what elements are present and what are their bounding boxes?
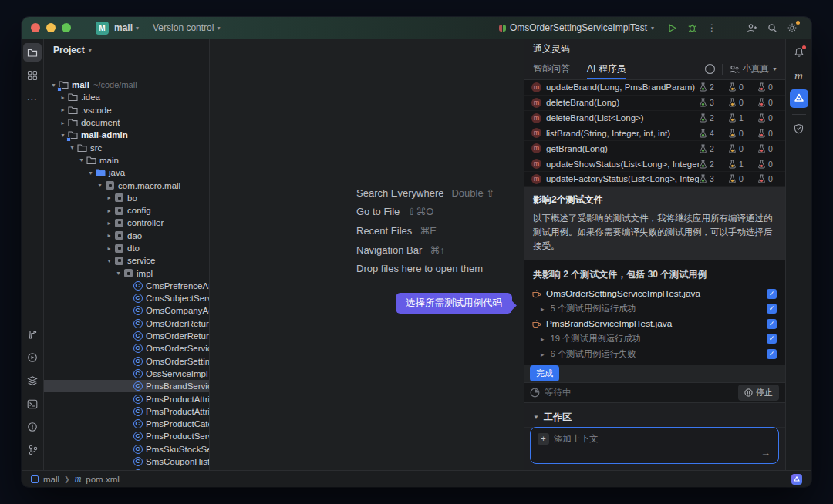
- settings-button[interactable]: [782, 19, 802, 36]
- code-with-me-button[interactable]: [742, 19, 762, 36]
- workspace-section-header[interactable]: ▼ 工作区: [524, 408, 785, 428]
- stop-button[interactable]: 停止: [738, 385, 779, 401]
- test-group-row[interactable]: ▸6 个测试用例运行失败✓: [524, 347, 785, 362]
- done-button[interactable]: 完成: [530, 365, 559, 381]
- send-button[interactable]: →: [760, 447, 771, 459]
- more-run-actions-button[interactable]: ⋮: [702, 19, 722, 36]
- test-group-row[interactable]: ▸5 个测试用例运行成功✓: [524, 301, 785, 317]
- tree-item-mall-admin[interactable]: ▾mall-admin: [44, 129, 209, 141]
- git-tool-button[interactable]: [23, 441, 42, 459]
- tree-item-pmsproductattribut[interactable]: CPmsProductAttribut: [44, 405, 209, 418]
- tree-item-pmsproductattribut[interactable]: CPmsProductAttribut: [44, 392, 209, 405]
- breadcrumb-file[interactable]: pom.xml: [86, 475, 119, 484]
- add-context-button[interactable]: +: [538, 433, 549, 445]
- test-checkbox[interactable]: ✓: [767, 349, 777, 359]
- chevron-expanded-icon[interactable]: ▾: [76, 156, 86, 163]
- chevron-collapsed-icon[interactable]: ▸: [58, 119, 68, 126]
- layers-tool-button[interactable]: [23, 371, 42, 390]
- tab-chat[interactable]: 智能问答: [533, 59, 570, 79]
- tree-item-src[interactable]: ▾src: [44, 141, 209, 153]
- tree-item-dao[interactable]: ▸dao: [44, 230, 209, 242]
- lingma-status-icon[interactable]: [791, 474, 802, 485]
- tree-item-omsorderreturnre[interactable]: COmsOrderReturnRe: [44, 330, 209, 342]
- test-checkbox[interactable]: ✓: [767, 304, 777, 314]
- more-tools-button[interactable]: ⋯: [23, 89, 42, 108]
- tree-item-omsorderreturnap[interactable]: COmsOrderReturnAp: [44, 318, 209, 330]
- tree-item-pmsproductcatego[interactable]: CPmsProductCatego: [44, 418, 209, 430]
- test-checkbox[interactable]: ✓: [767, 334, 777, 344]
- tree-item-main[interactable]: ▾main: [44, 154, 209, 166]
- minimize-window-button[interactable]: [46, 23, 56, 32]
- tree-item--vscode[interactable]: ▸.vscode: [44, 104, 209, 116]
- structure-tool-button[interactable]: [23, 66, 42, 85]
- terminal-tool-button[interactable]: [23, 395, 42, 413]
- chevron-expanded-icon[interactable]: ▾: [86, 170, 96, 176]
- tree-item-smscouponhistory[interactable]: CSmsCouponHistory: [44, 455, 209, 468]
- tree-item-bo[interactable]: ▸bo: [44, 192, 209, 204]
- tree-item-config[interactable]: ▸config: [44, 204, 209, 217]
- tree-item-dto[interactable]: ▸dto: [44, 242, 209, 254]
- maven-tool-button[interactable]: m: [790, 66, 808, 85]
- tree-item-service[interactable]: ▾service: [44, 254, 209, 267]
- chevron-collapsed-icon[interactable]: ▸: [58, 94, 68, 101]
- project-tool-button[interactable]: [23, 43, 42, 62]
- chat-input[interactable]: + 添加上下文 →: [530, 427, 779, 464]
- debug-button[interactable]: [682, 19, 702, 36]
- tree-item-com-macro-mall[interactable]: ▾com.macro.mall: [44, 179, 209, 191]
- tree-item-mall[interactable]: ▾mall~/code/mall: [44, 79, 209, 91]
- editor-area[interactable]: Search EverywhereDouble ⇧Go to File⇧⌘ORe…: [210, 39, 524, 470]
- test-checkbox[interactable]: ✓: [767, 319, 777, 329]
- tree-item-document[interactable]: ▸document: [44, 116, 209, 129]
- test-file-row[interactable]: OmsOrderSettingServiceImplTest.java✓: [524, 286, 785, 301]
- tree-item-java[interactable]: ▾java: [44, 166, 209, 179]
- test-group-row[interactable]: ▸19 个测试用例运行成功✓: [524, 331, 785, 347]
- tree-item-ossserviceimpl[interactable]: COssServiceImpl: [44, 368, 209, 380]
- test-checkbox[interactable]: ✓: [767, 289, 777, 299]
- run-config-selector[interactable]: OmsOrderSettingServiceImplTest ▾: [499, 22, 654, 33]
- method-row[interactable]: mupdateShowStatus(List<Long>, Integer)21…: [524, 156, 785, 172]
- method-row[interactable]: mdeleteBrand(List<Long>)210: [524, 111, 785, 126]
- tree-item--idea[interactable]: ▸.idea: [44, 91, 209, 103]
- tree-item-pmsproductservice[interactable]: CPmsProductService: [44, 430, 209, 442]
- close-window-button[interactable]: [31, 23, 40, 32]
- chevron-expanded-icon[interactable]: ▾: [95, 182, 105, 189]
- chevron-collapsed-icon[interactable]: ▸: [541, 335, 545, 343]
- chevron-collapsed-icon[interactable]: ▸: [58, 106, 68, 113]
- chevron-collapsed-icon[interactable]: ▸: [541, 305, 545, 313]
- tree-item-pmsskustockservic[interactable]: CPmsSkuStockServic: [44, 443, 209, 455]
- test-file-row[interactable]: PmsBrandServiceImplTest.java✓: [524, 317, 785, 332]
- services-tool-button[interactable]: [23, 348, 42, 367]
- tree-item-omsordersettingse[interactable]: COmsOrderSettingSe: [44, 355, 209, 368]
- chevron-collapsed-icon[interactable]: ▸: [104, 207, 114, 214]
- tab-ai-programmer[interactable]: AI 程序员: [587, 59, 626, 79]
- tree-item-controller[interactable]: ▸controller: [44, 217, 209, 229]
- new-session-button[interactable]: [704, 63, 716, 75]
- chevron-collapsed-icon[interactable]: ▸: [104, 194, 114, 201]
- tree-item-omscompanyaddre[interactable]: COmsCompanyAddre: [44, 304, 209, 317]
- run-button[interactable]: [662, 19, 682, 36]
- project-panel-header[interactable]: Project ▾: [44, 39, 209, 62]
- chevron-collapsed-icon[interactable]: ▸: [104, 220, 114, 227]
- project-selector[interactable]: mall ▾: [114, 22, 139, 33]
- tree-item-cmsprefrenceareas[interactable]: CCmsPrefrenceAreaS: [44, 280, 209, 292]
- method-row[interactable]: mupdateBrand(Long, PmsBrandParam)200: [524, 80, 785, 96]
- method-row[interactable]: mdeleteBrand(Long)300: [524, 96, 785, 111]
- tree-item-omsorderserviceim[interactable]: COmsOrderServiceIm: [44, 342, 209, 354]
- method-row[interactable]: mgetBrand(Long)200: [524, 141, 785, 156]
- chevron-expanded-icon[interactable]: ▾: [104, 257, 114, 264]
- security-tool-button[interactable]: [790, 119, 808, 138]
- zoom-window-button[interactable]: [62, 23, 71, 32]
- chevron-collapsed-icon[interactable]: ▸: [104, 232, 114, 239]
- breadcrumb-project[interactable]: mall: [43, 475, 59, 484]
- search-everywhere-button[interactable]: [762, 19, 782, 36]
- tree-item-cmssubjectservice[interactable]: CCmsSubjectService: [44, 292, 209, 304]
- tree-item-impl[interactable]: ▾impl: [44, 267, 209, 279]
- vcs-selector[interactable]: Version control ▾: [153, 22, 220, 33]
- chevron-collapsed-icon[interactable]: ▸: [104, 245, 114, 252]
- chevron-expanded-icon[interactable]: ▾: [113, 270, 123, 277]
- chevron-collapsed-icon[interactable]: ▸: [541, 351, 545, 358]
- problems-tool-button[interactable]: [23, 418, 42, 436]
- lingma-tool-button[interactable]: [790, 89, 808, 108]
- user-menu[interactable]: 小真真 ▼: [729, 63, 777, 75]
- chevron-expanded-icon[interactable]: ▾: [67, 144, 77, 151]
